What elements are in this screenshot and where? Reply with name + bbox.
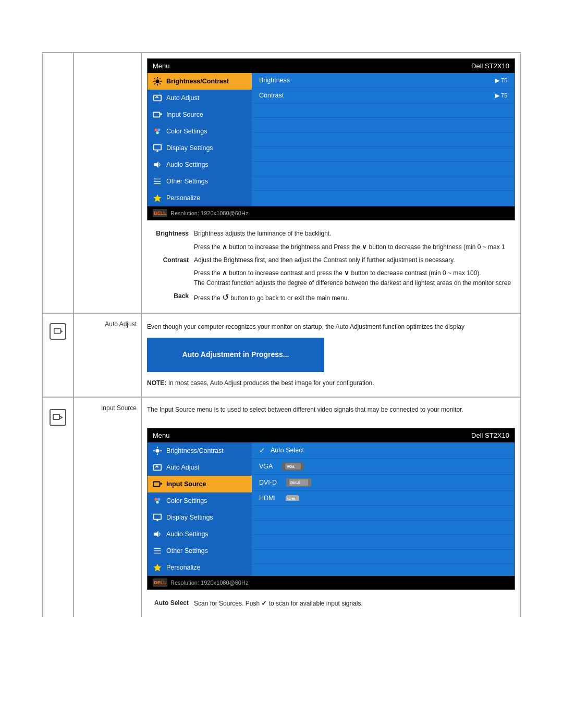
- personalize-icon-1: [153, 193, 162, 203]
- osd-item-personalize-2[interactable]: Personalize: [148, 559, 252, 576]
- desc-text-contrast2: Press the ∧ button to increase contrast …: [194, 268, 515, 291]
- right-item-auto-select[interactable]: ✓ Auto Select: [252, 442, 515, 459]
- osd-model-label-2: Dell ST2X10: [471, 431, 509, 439]
- other-settings-icon-1: [153, 177, 162, 186]
- osd-item-audio-settings-2[interactable]: Audio Settings: [148, 526, 252, 542]
- right-item-empty-1b: [252, 118, 515, 132]
- desc-text-back: Press the ↺ button to go back to or exit…: [194, 291, 515, 307]
- osd-item-audio-settings-1[interactable]: Audio Settings: [148, 156, 252, 173]
- right-item-vga[interactable]: VGA VGA: [252, 459, 515, 475]
- svg-line-6: [160, 83, 161, 84]
- osd-footer-logo-2: DELL: [153, 578, 167, 587]
- osd-item-auto-adjust-2[interactable]: Auto Adjust: [148, 459, 252, 476]
- desc-area-2: Even though your computer recognizes you…: [142, 314, 520, 397]
- right-item-brightness-arrow: ▶ 75: [495, 77, 507, 84]
- osd-menu-1: Menu Dell ST2X10: [147, 58, 515, 220]
- osd-footer-1: DELL Resolution: 1920x1080@60Hz: [148, 206, 515, 220]
- input-source-icon-svg: [53, 414, 63, 421]
- menu-item-label-cs1: Color Settings: [166, 128, 207, 135]
- vga-icon-svg: VGA: [285, 463, 301, 470]
- desc-text-brightness: Brightness adjusts the luminance of the …: [194, 229, 515, 242]
- osd-item-color-settings-1[interactable]: Color Settings: [148, 123, 252, 140]
- svg-point-33: [155, 498, 157, 501]
- right-item-contrast-label: Contrast: [259, 92, 284, 99]
- section-input-source: Input Source The Input Source menu is to…: [42, 397, 521, 618]
- menu-item-label-aa1: Auto Adjust: [166, 94, 199, 102]
- osd-item-other-settings-1[interactable]: Other Settings: [148, 173, 252, 190]
- svg-text:HDMI: HDMI: [287, 497, 296, 500]
- right-item-empty-2d: [252, 550, 515, 564]
- right-item-empty-2a: [252, 506, 515, 521]
- display-settings-icon-1: [153, 143, 162, 153]
- hdmi-icon-svg: HDMI: [285, 495, 300, 502]
- menu-item-label-p2: Personalize: [166, 564, 200, 571]
- menu-item-label-aa2: Auto Adjust: [166, 464, 199, 471]
- menu-item-label-os1: Other Settings: [166, 178, 208, 185]
- osd-item-auto-adjust-1[interactable]: Auto Adjust: [148, 90, 252, 106]
- svg-rect-32: [153, 482, 160, 487]
- checkmark-icon: ✓: [259, 446, 265, 454]
- svg-point-34: [157, 498, 160, 501]
- right-item-empty-1a: [252, 103, 515, 118]
- osd-item-brightness-contrast-2[interactable]: Brightness/Contrast: [148, 442, 252, 459]
- right-item-empty-2b: [252, 521, 515, 535]
- osd-item-color-settings-2[interactable]: Color Settings: [148, 492, 252, 509]
- icon-col-2: [43, 314, 74, 397]
- content-col-2: Even though your computer recognizes you…: [142, 314, 520, 397]
- sun-icon: [153, 77, 162, 86]
- svg-point-12: [157, 129, 160, 131]
- osd-footer-logo-1: DELL: [153, 209, 167, 217]
- svg-rect-9: [154, 95, 161, 101]
- color-settings-icon-1: [153, 127, 162, 136]
- osd-body-1: Brightness/Contrast Auto Adjust: [148, 73, 515, 206]
- menu-item-label-as1: Audio Settings: [166, 161, 209, 168]
- osd-item-display-settings-1[interactable]: Display Settings: [148, 140, 252, 156]
- osd-header-1: Menu Dell ST2X10: [148, 59, 515, 73]
- auto-adjust-icon-svg: [53, 327, 63, 336]
- auto-adj-box: Auto Adjustment in Progress...: [147, 338, 324, 372]
- osd-left-1: Brightness/Contrast Auto Adjust: [148, 73, 252, 206]
- desc-text-input-source: The Input Source menu is to used to sele…: [147, 405, 515, 415]
- osd-item-other-settings-2[interactable]: Other Settings: [148, 542, 252, 559]
- input-source-icon-box: [50, 409, 66, 426]
- desc-area-3-top: The Input Source menu is to used to sele…: [142, 398, 520, 423]
- right-item-empty-1c: [252, 132, 515, 147]
- svg-rect-14: [154, 145, 161, 150]
- dvi-connector-icon: DVI-D: [286, 478, 311, 487]
- right-item-hdmi[interactable]: HDMI HDMI: [252, 491, 515, 506]
- osd-item-input-source-2[interactable]: Input Source: [148, 476, 252, 492]
- input-source-icon-1: [153, 110, 162, 119]
- osd-footer-2: DELL Resolution: 1920x1080@60Hz: [148, 576, 515, 589]
- osd-left-2: Brightness/Contrast Auto Adjust: [148, 442, 252, 576]
- right-item-dvi-label: DVI-D: [259, 479, 277, 486]
- svg-point-0: [155, 79, 159, 83]
- menu-item-label-bc2: Brightness/Contrast: [166, 447, 224, 454]
- dvi-icon-svg: DVI-D: [289, 479, 309, 486]
- svg-rect-25: [53, 414, 59, 419]
- menu-item-label-bc1: Brightness/Contrast: [166, 78, 229, 85]
- right-item-brightness-label: Brightness: [259, 77, 290, 84]
- audio-settings-icon-1: [153, 160, 162, 169]
- osd-item-brightness-contrast-1[interactable]: Brightness/Contrast: [148, 73, 252, 90]
- right-item-empty-1d: [252, 147, 515, 162]
- right-item-auto-select-label: Auto Select: [271, 447, 304, 454]
- svg-point-26: [155, 449, 159, 453]
- osd-item-personalize-1[interactable]: Personalize: [148, 190, 252, 206]
- right-item-dvi[interactable]: DVI-D DVI-D: [252, 475, 515, 491]
- svg-text:DVI-D: DVI-D: [290, 481, 300, 485]
- section-auto-adjust: Auto Adjust Even though your computer re…: [42, 313, 521, 397]
- desc-label-back: Back: [147, 291, 194, 307]
- display-settings-icon-2: [153, 513, 162, 522]
- osd-item-display-settings-2[interactable]: Display Settings: [148, 509, 252, 526]
- menu-item-label-is1: Input Source: [166, 111, 203, 118]
- osd-header-2: Menu Dell ST2X10: [148, 428, 515, 442]
- color-settings-icon-2: [153, 496, 162, 505]
- osd-item-input-source-1[interactable]: Input Source: [148, 106, 252, 123]
- right-item-empty-1e: [252, 162, 515, 176]
- menu-item-label-is2: Input Source: [166, 480, 206, 488]
- note-label: NOTE:: [147, 379, 166, 387]
- menu-item-label-p1: Personalize: [166, 194, 200, 202]
- menu-item-label-as2: Audio Settings: [166, 530, 209, 538]
- svg-rect-31: [154, 465, 161, 471]
- right-item-brightness-1: Brightness ▶ 75: [252, 73, 515, 88]
